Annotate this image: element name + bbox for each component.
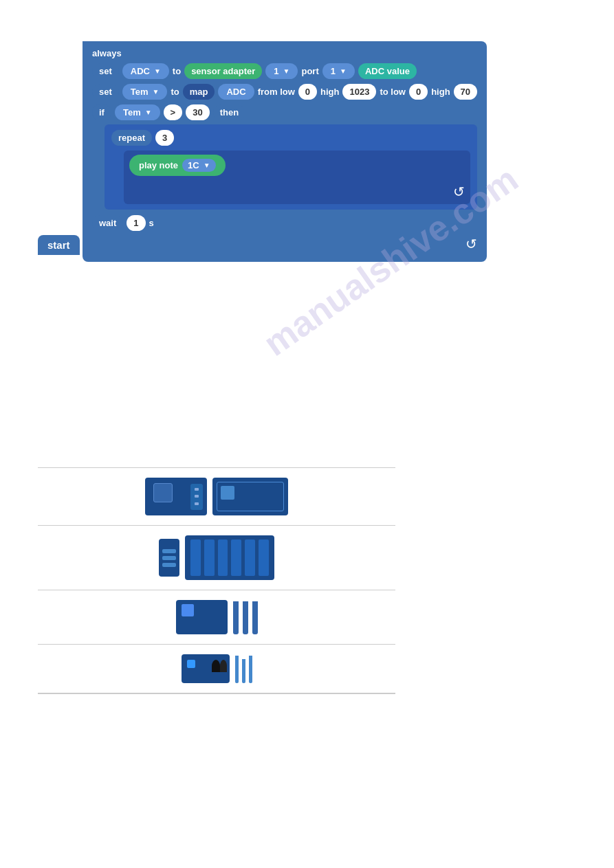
wait-row: wait 1 s: [92, 215, 477, 231]
note-dropdown[interactable]: 1C ▼: [182, 159, 216, 172]
sensor4-img: [182, 654, 252, 683]
adc-dropdown[interactable]: ADC ▼: [122, 63, 169, 79]
start-label: start: [47, 239, 70, 251]
then-btn[interactable]: then: [213, 104, 245, 120]
port-label: port: [301, 66, 318, 76]
adc-ref-btn[interactable]: ADC: [218, 84, 254, 100]
to-low-label: to low: [380, 87, 406, 97]
to-label2: to: [171, 87, 179, 97]
always-label: always: [92, 48, 122, 58]
sensor2-img: [159, 535, 274, 580]
if-row: if Tem ▼ > 30 then: [92, 104, 477, 120]
set-tem-row: set Tem ▼ to map ADC from low 0 high 102…: [92, 84, 477, 100]
sensor-row-2: [38, 526, 395, 590]
to-label1: to: [173, 66, 181, 76]
if-block: if Tem ▼ > 30 then repeat 3: [92, 104, 477, 210]
repeat-btn[interactable]: repeat: [111, 130, 152, 146]
set-btn[interactable]: set: [92, 63, 119, 79]
bottom-section: [38, 467, 395, 694]
sensor-row-4: [38, 645, 395, 693]
from-low-label: from low: [258, 87, 295, 97]
sensor-row-3: [38, 590, 395, 645]
sensor-adapter-btn[interactable]: sensor adapter: [184, 63, 262, 79]
always-refresh-icon: ↺: [92, 236, 477, 252]
wait-btn[interactable]: wait: [92, 215, 123, 231]
val30[interactable]: 30: [186, 104, 209, 120]
adc-arrow: ▼: [154, 67, 161, 75]
map-btn[interactable]: map: [183, 84, 215, 100]
port-num2-dropdown[interactable]: 1 ▼: [322, 63, 355, 79]
play-note-btn[interactable]: play note 1C ▼: [129, 155, 226, 176]
high2-label: high: [431, 87, 450, 97]
repeat-body: play note 1C ▼ ↺: [124, 151, 470, 204]
gt-btn[interactable]: >: [164, 104, 183, 120]
always-row: always: [92, 48, 477, 58]
sensor3-img: [176, 600, 258, 634]
start-block: start: [38, 235, 80, 255]
val0a[interactable]: 0: [298, 84, 317, 100]
set-btn2[interactable]: set: [92, 84, 119, 100]
val0b[interactable]: 0: [409, 84, 428, 100]
val70[interactable]: 70: [454, 84, 477, 100]
repeat-row: repeat 3: [111, 130, 470, 146]
if-body: repeat 3 play note 1C ▼: [105, 124, 477, 210]
sensor-row-1: [38, 468, 395, 526]
divider-bottom: [38, 693, 395, 694]
if-btn[interactable]: if: [92, 104, 111, 120]
set-adc-row: set ADC ▼ to sensor adapter 1 ▼ port 1 ▼…: [92, 63, 477, 79]
sensor1-img: [145, 478, 288, 515]
wait-unit: s: [149, 218, 154, 228]
port-num1-dropdown[interactable]: 1 ▼: [265, 63, 298, 79]
repeat-count[interactable]: 3: [155, 130, 174, 146]
high1-label: high: [320, 87, 339, 97]
val1023[interactable]: 1023: [342, 84, 376, 100]
tem-dropdown[interactable]: Tem ▼: [122, 84, 168, 100]
tem-if-dropdown[interactable]: Tem ▼: [115, 104, 160, 120]
blocks-area: start always set ADC ▼ to sensor adapter…: [38, 41, 492, 262]
adc-value-btn[interactable]: ADC value: [358, 63, 417, 79]
wait-val[interactable]: 1: [127, 215, 145, 231]
play-note-row: play note 1C ▼: [129, 155, 465, 179]
always-container: always set ADC ▼ to sensor adapter 1 ▼ p…: [83, 41, 487, 262]
repeat-refresh-icon: ↺: [129, 183, 465, 200]
